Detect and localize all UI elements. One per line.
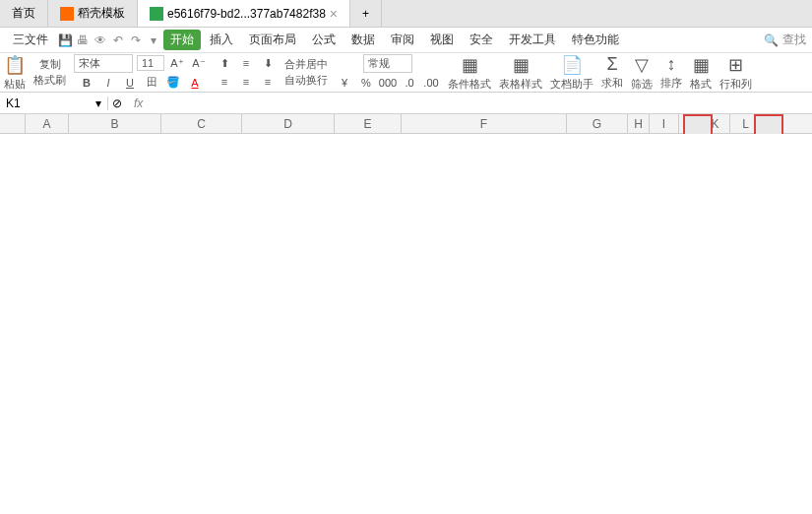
merge-button[interactable]: 合并居中 [284,57,328,72]
document-tabs: 首页 稻壳模板 e5616f79-bd2...377ab7482f38× + [0,0,812,28]
col-header-i[interactable]: I [650,114,679,133]
format-icon[interactable]: ▦ [693,54,710,76]
tblstyle-icon[interactable]: ▦ [513,54,530,76]
col-header-c[interactable]: C [161,114,242,133]
align-right[interactable]: ≡ [259,73,277,91]
inc-font-icon[interactable]: A⁺ [168,54,186,72]
tab-workbook[interactable]: e5616f79-bd2...377ab7482f38× [138,0,350,27]
paste-icon[interactable]: 📋 [4,54,26,76]
dec-font-icon[interactable]: A⁻ [190,54,208,72]
print-icon[interactable]: 🖶 [75,32,91,48]
docer-icon [60,7,74,21]
col-header-b[interactable]: B [69,114,161,133]
menu-layout[interactable]: 页面布局 [242,30,303,50]
currency-icon[interactable]: ¥ [336,74,353,92]
menu-view[interactable]: 视图 [423,30,461,50]
formula-bar: K1▾ ⊘ fx [0,93,812,114]
font-size[interactable]: 11 [137,55,164,71]
file-menu[interactable]: 三文件 [6,30,55,50]
menu-bar: 三文件 💾 🖶 👁 ↶ ↷ ▾ 开始 插入 页面布局 公式 数据 审阅 视图 安… [0,28,812,53]
menu-dev[interactable]: 开发工具 [502,30,563,50]
sum-icon[interactable]: Σ [606,54,617,75]
condfmt-icon[interactable]: ▦ [462,54,478,76]
col-header-e[interactable]: E [335,114,402,133]
col-header-h[interactable]: H [628,114,650,133]
undo-icon[interactable]: ↶ [110,32,126,48]
highlight-col-i [683,114,713,134]
menu-start[interactable]: 开始 [163,30,201,50]
col-header-d[interactable]: D [242,114,335,133]
col-header-g[interactable]: G [567,114,628,133]
filter-icon[interactable]: ▽ [635,54,649,76]
name-box[interactable]: K1▾ [0,96,108,110]
col-header-a[interactable]: A [26,114,69,133]
search-box[interactable]: 🔍 查找 [764,32,806,48]
tab-add[interactable]: + [350,0,382,27]
menu-data[interactable]: 数据 [344,30,382,50]
percent-icon[interactable]: % [357,74,375,92]
bold-button[interactable]: B [78,74,95,92]
tab-docer[interactable]: 稻壳模板 [48,0,138,27]
align-mid[interactable]: ≡ [237,54,255,72]
dropdown-icon[interactable]: ▾ [146,32,161,48]
menu-special[interactable]: 特色功能 [565,30,626,50]
select-all-corner[interactable] [0,114,26,133]
save-icon[interactable]: 💾 [57,32,73,48]
underline-button[interactable]: U [121,74,139,92]
redo-icon[interactable]: ↷ [128,32,144,48]
align-left[interactable]: ≡ [216,73,233,91]
align-top[interactable]: ⬆ [216,54,233,72]
close-icon[interactable]: × [330,6,338,22]
font-select[interactable]: 宋体 [74,54,133,73]
dec-dec-icon[interactable]: .00 [422,74,440,92]
copy-button[interactable]: 复制 [39,57,61,72]
rowcol-icon[interactable]: ⊞ [728,54,743,76]
format-painter[interactable]: 格式刷 [33,73,66,88]
border-button[interactable]: 田 [143,74,160,92]
fx-cancel-icon[interactable]: ⊘ [108,95,126,112]
italic-button[interactable]: I [99,74,117,92]
namebox-dropdown-icon[interactable]: ▾ [95,96,101,110]
dochelp-icon[interactable]: 📄 [561,54,583,76]
sort-icon[interactable]: ↕ [667,54,676,75]
dec-inc-icon[interactable]: .0 [401,74,418,92]
highlight-col-k [754,114,783,134]
number-format[interactable]: 常规 [363,54,412,73]
preview-icon[interactable]: 👁 [93,32,108,48]
wrap-button[interactable]: 自动换行 [284,73,328,88]
fill-color-button[interactable]: 🪣 [164,74,182,92]
menu-formula[interactable]: 公式 [305,30,343,50]
tab-home[interactable]: 首页 [0,0,48,27]
align-center[interactable]: ≡ [237,73,255,91]
comma-icon[interactable]: 000 [379,74,397,92]
ribbon: 📋粘贴 复制格式刷 宋体11A⁺A⁻ BIU田🪣A ⬆≡⬇ ≡≡≡ 合并居中自动… [0,53,812,93]
spreadsheet-grid: ABCDEFGHIJKL 123456789101112 工作公共区域消毒记录表… [0,114,812,134]
menu-security[interactable]: 安全 [463,30,500,50]
menu-insert[interactable]: 插入 [203,30,240,50]
sheet-icon [150,7,163,21]
menu-review[interactable]: 审阅 [384,30,421,50]
align-bot[interactable]: ⬇ [259,54,277,72]
fx-label[interactable]: fx [126,96,151,110]
col-header-f[interactable]: F [402,114,567,133]
font-color-button[interactable]: A [186,74,204,92]
